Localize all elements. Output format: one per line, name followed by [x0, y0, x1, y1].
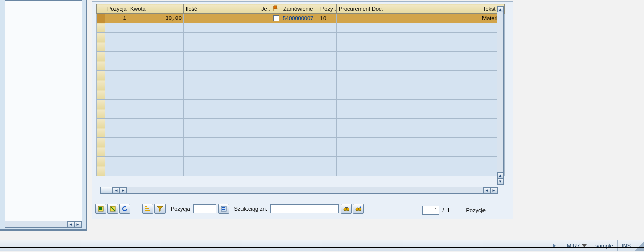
deselect-all-button[interactable]: [107, 204, 118, 214]
cell-kwota[interactable]: 30,00: [128, 14, 184, 23]
pager-label: Pozycje: [466, 207, 486, 213]
left-tree-body: [5, 0, 82, 228]
flag-column-icon: [273, 5, 279, 11]
szuk-label: Szuk.ciąg zn.: [234, 206, 267, 212]
col-rowselect[interactable]: [97, 4, 105, 14]
resize-grip-icon[interactable]: [635, 240, 644, 251]
cell-flag[interactable]: [271, 14, 281, 23]
status-mode[interactable]: INS: [617, 240, 635, 251]
svg-rect-5: [145, 208, 149, 209]
col-pozycja[interactable]: Pozycja: [105, 4, 128, 14]
svg-rect-12: [345, 207, 348, 208]
table-row[interactable]: 1 30,00 5400000007 10 Materiał: [97, 14, 505, 23]
select-all-icon: [98, 206, 104, 212]
grid-toolbar: Pozycja Szuk.ciąg zn. / 1 Pozycje: [95, 203, 509, 215]
cell-je[interactable]: [259, 14, 271, 23]
pozycja-label: Pozycja: [171, 206, 190, 212]
items-grid[interactable]: Pozycja Kwota Ilość Je… Zamówienie Pozy……: [96, 4, 505, 176]
select-all-button[interactable]: [95, 204, 106, 214]
svg-rect-8: [222, 207, 225, 208]
cell-procurement[interactable]: [337, 14, 480, 23]
items-panel: Pozycja Kwota Ilość Je… Zamówienie Pozy……: [92, 1, 513, 219]
table-row[interactable]: [97, 61, 505, 71]
svg-rect-4: [145, 210, 150, 211]
table-row[interactable]: [97, 147, 505, 157]
hscroll-right-icon[interactable]: ►: [120, 187, 127, 193]
refresh-icon: [122, 206, 128, 212]
vscroll-track[interactable]: [497, 12, 503, 172]
hscroll-track[interactable]: [127, 187, 483, 193]
table-row[interactable]: [97, 166, 505, 176]
pager-current-input[interactable]: [422, 206, 439, 215]
scroll-up2-icon[interactable]: ▲: [497, 172, 503, 178]
pozycja-input[interactable]: [193, 204, 216, 213]
find-next-button[interactable]: [353, 204, 364, 214]
hscroll-right2-icon[interactable]: ►: [490, 187, 497, 193]
flag-checkbox[interactable]: [273, 15, 279, 21]
scroll-down-icon[interactable]: ▼: [497, 178, 503, 184]
table-row[interactable]: [97, 119, 505, 128]
col-je[interactable]: Je…: [259, 4, 271, 14]
order-link[interactable]: 5400000007: [283, 15, 313, 21]
hscroll-left2-icon[interactable]: ◄: [483, 187, 490, 193]
filter-icon: [157, 206, 163, 212]
svg-rect-9: [222, 209, 225, 210]
col-flag[interactable]: [271, 4, 281, 14]
col-zamowienie[interactable]: Zamówienie: [281, 4, 318, 14]
find-button[interactable]: [341, 204, 352, 214]
sort-asc-button[interactable]: [142, 204, 153, 214]
pager-total: 1: [447, 207, 450, 213]
goto-pos-button[interactable]: [218, 204, 229, 214]
table-row[interactable]: [97, 90, 505, 100]
filter-button[interactable]: [154, 204, 166, 214]
cell-pozycja[interactable]: 1: [105, 14, 128, 23]
status-session[interactable]: sample: [591, 240, 617, 251]
cell-pozycja-zam[interactable]: 10: [318, 14, 337, 23]
grid-horizontal-scrollbar[interactable]: ◄ ► ◄ ►: [100, 187, 498, 194]
col-procurement[interactable]: Procurement Doc.: [337, 4, 480, 14]
left-tree-panel: ◄ ►: [0, 0, 87, 231]
binoculars-next-icon: [355, 206, 361, 212]
grid-header: Pozycja Kwota Ilość Je… Zamówienie Pozy……: [97, 4, 505, 14]
deselect-all-icon: [110, 206, 116, 212]
table-row[interactable]: [97, 100, 505, 109]
svg-rect-1: [99, 207, 102, 210]
cell-ilosc[interactable]: [184, 14, 259, 23]
search-string-input[interactable]: [270, 204, 339, 213]
table-row[interactable]: [97, 138, 505, 147]
binoculars-icon: [343, 206, 349, 212]
table-row[interactable]: [97, 33, 505, 42]
bottom-separator: [0, 247, 644, 248]
table-row[interactable]: [97, 128, 505, 138]
pager-sep: /: [442, 207, 444, 213]
left-scrollbar[interactable]: ◄ ►: [5, 221, 82, 228]
table-row[interactable]: [97, 157, 505, 166]
table-row[interactable]: [97, 80, 505, 90]
hscroll-left-icon[interactable]: ◄: [113, 187, 120, 193]
scroll-up-icon[interactable]: ▲: [497, 6, 503, 12]
sort-asc-icon: [145, 206, 151, 212]
cell-zamowienie[interactable]: 5400000007: [281, 14, 318, 23]
table-row[interactable]: [97, 42, 505, 52]
status-expand[interactable]: [549, 240, 562, 251]
status-bar: MIR7 sample INS: [0, 240, 644, 251]
goto-pos-icon: [221, 206, 227, 212]
svg-rect-6: [145, 206, 147, 207]
grid-vertical-scrollbar[interactable]: ▲ ▲ ▼: [497, 6, 504, 185]
left-scroll-right-icon[interactable]: ►: [74, 221, 82, 227]
table-row[interactable]: [97, 23, 505, 33]
table-row[interactable]: [97, 109, 505, 119]
left-scroll-left-icon[interactable]: ◄: [67, 221, 74, 227]
col-kwota[interactable]: Kwota: [128, 4, 184, 14]
left-scrollbar-track[interactable]: [5, 221, 67, 227]
col-pozycja-zam[interactable]: Pozy…: [318, 4, 337, 14]
items-grid-wrap: Pozycja Kwota Ilość Je… Zamówienie Pozy……: [96, 4, 503, 194]
svg-rect-7: [221, 206, 226, 211]
refresh-button[interactable]: [119, 204, 130, 214]
status-tcode[interactable]: MIR7: [562, 240, 591, 251]
pager: / 1 Pozycje: [422, 206, 486, 215]
table-row[interactable]: [97, 52, 505, 61]
row-selector[interactable]: [97, 14, 105, 23]
table-row[interactable]: [97, 71, 505, 80]
col-ilosc[interactable]: Ilość: [184, 4, 259, 14]
